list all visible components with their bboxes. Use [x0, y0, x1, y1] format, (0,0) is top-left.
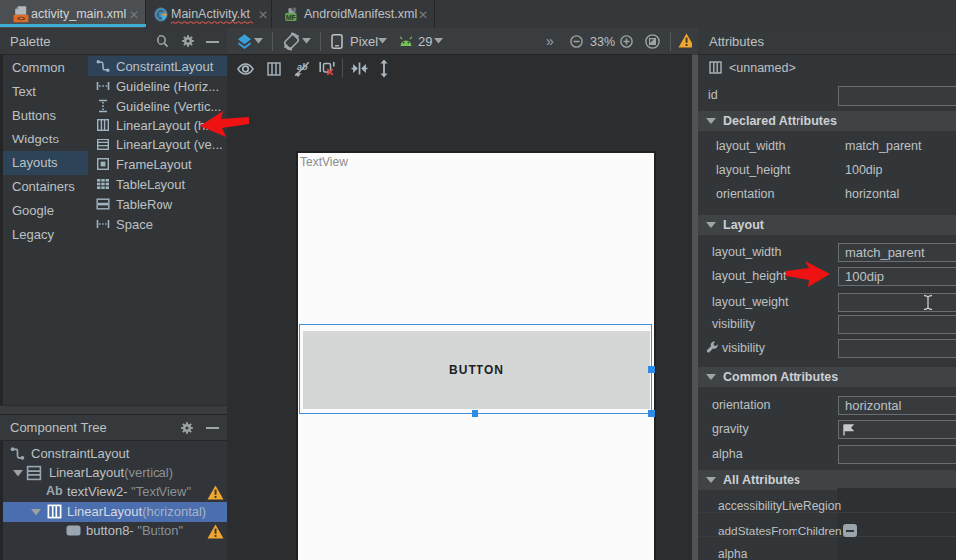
- svg-text:MF: MF: [286, 14, 296, 21]
- svg-text:<>: <>: [17, 15, 25, 22]
- svg-text:ab: ab: [297, 62, 308, 72]
